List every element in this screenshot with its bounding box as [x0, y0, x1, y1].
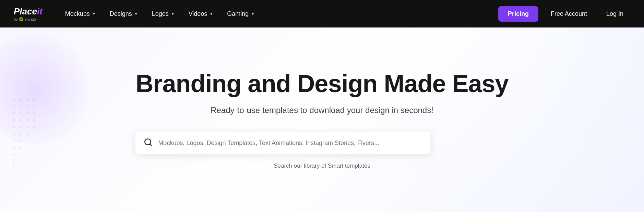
svg-point-11 [33, 112, 35, 114]
svg-point-5 [20, 105, 22, 108]
pricing-button[interactable]: Pricing [498, 6, 538, 22]
svg-point-7 [33, 105, 35, 108]
svg-point-23 [13, 140, 15, 142]
hero-title: Branding and Design Made Easy [135, 70, 508, 97]
svg-point-2 [26, 99, 28, 101]
chevron-down-icon: ▼ [209, 11, 213, 16]
svg-point-21 [20, 133, 22, 135]
hero-content: Branding and Design Made Easy Ready-to-u… [135, 70, 508, 169]
search-bar [135, 132, 430, 154]
logo-it-text: it [37, 6, 43, 17]
svg-point-4 [13, 105, 15, 108]
svg-point-26 [20, 147, 22, 149]
nav-links: Mockups ▼ Designs ▼ Logos ▼ Videos ▼ Gam… [60, 8, 498, 20]
svg-point-10 [26, 112, 28, 114]
hero-subtitle: Ready-to-use templates to download your … [135, 105, 508, 115]
nav-item-logos[interactable]: Logos ▼ [146, 8, 180, 20]
svg-point-24 [20, 140, 22, 142]
nav-actions: Pricing Free Account Log In [498, 6, 630, 22]
svg-point-20 [13, 133, 15, 135]
chevron-down-icon: ▼ [134, 11, 138, 16]
search-input[interactable] [158, 140, 422, 147]
chevron-down-icon: ▼ [251, 11, 255, 16]
svg-point-12 [13, 119, 15, 121]
search-icon [144, 138, 153, 148]
svg-point-3 [33, 99, 35, 101]
chevron-down-icon: ▼ [92, 11, 96, 16]
svg-point-29 [13, 167, 15, 169]
nav-item-gaming[interactable]: Gaming ▼ [222, 8, 260, 20]
svg-point-13 [20, 119, 22, 121]
svg-point-27 [13, 154, 15, 156]
free-account-button[interactable]: Free Account [544, 6, 594, 22]
svg-point-15 [33, 119, 35, 121]
logo-place-text: Place [14, 6, 37, 17]
svg-point-22 [26, 133, 28, 135]
search-hint: Search our library of Smart templates [135, 163, 508, 169]
svg-point-6 [26, 105, 28, 108]
envato-dot-icon [19, 17, 23, 21]
svg-point-19 [33, 126, 35, 128]
nav-item-mockups[interactable]: Mockups ▼ [60, 8, 102, 20]
svg-point-14 [26, 119, 28, 121]
svg-line-31 [150, 144, 152, 146]
svg-point-0 [13, 99, 15, 101]
deco-dots [10, 96, 72, 192]
svg-point-16 [13, 126, 15, 128]
logo[interactable]: Placeit by envato [14, 6, 43, 21]
svg-point-9 [20, 112, 22, 114]
svg-point-8 [13, 112, 15, 114]
svg-point-25 [13, 147, 15, 149]
svg-point-1 [20, 99, 22, 101]
login-button[interactable]: Log In [599, 6, 630, 22]
svg-point-18 [26, 126, 28, 128]
nav-item-videos[interactable]: Videos ▼ [183, 8, 219, 20]
nav-item-designs[interactable]: Designs ▼ [104, 8, 144, 20]
chevron-down-icon: ▼ [171, 11, 175, 16]
navbar: Placeit by envato Mockups ▼ Designs ▼ Lo… [0, 0, 644, 27]
deco-right [541, 27, 644, 212]
svg-point-17 [20, 126, 22, 128]
svg-point-28 [13, 160, 15, 163]
logo-by-envato: by envato [14, 17, 43, 21]
hero-section: Branding and Design Made Easy Ready-to-u… [0, 27, 644, 212]
